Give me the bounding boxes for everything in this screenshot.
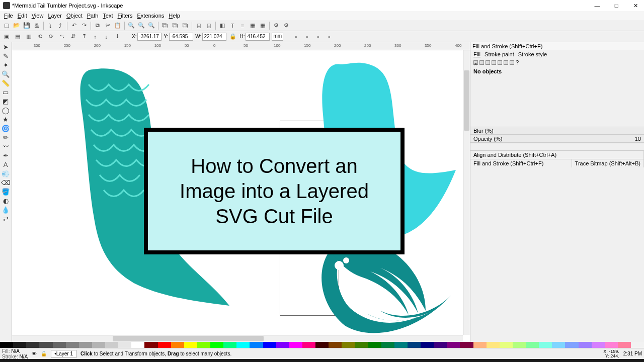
menu-edit[interactable]: Edit: [16, 12, 29, 19]
paint-radial-icon[interactable]: [492, 60, 496, 65]
paste-icon[interactable]: 📋: [113, 21, 122, 30]
menu-path[interactable]: Path: [85, 12, 101, 19]
tweak-tool[interactable]: ✦: [0, 60, 11, 69]
paint-none-icon[interactable]: ×: [473, 60, 478, 65]
duplicate-icon[interactable]: ⿻: [160, 21, 170, 30]
zoom-out-icon[interactable]: 🔍: [137, 21, 146, 30]
ungroup-icon[interactable]: ⌹: [204, 21, 213, 30]
raise-top-icon[interactable]: ⤒: [79, 32, 89, 41]
dropper-tool[interactable]: 💧: [0, 205, 11, 214]
h-input[interactable]: [246, 33, 270, 41]
flip-h-icon[interactable]: ⇋: [57, 32, 66, 41]
undo-icon[interactable]: ↶: [69, 21, 78, 30]
color-palette[interactable]: [0, 342, 644, 348]
y-input[interactable]: [169, 33, 193, 41]
docprops-icon[interactable]: ⚙: [282, 21, 291, 30]
vertical-scrollbar[interactable]: [463, 50, 470, 335]
layer-visibility-icon[interactable]: 👁: [32, 351, 37, 356]
gradient-tool[interactable]: ◐: [0, 196, 11, 205]
3dbox-tool[interactable]: ◩: [0, 97, 11, 106]
spray-tool[interactable]: 💨: [0, 169, 11, 178]
new-icon[interactable]: ▢: [2, 21, 11, 30]
lower-bottom-icon[interactable]: ⤓: [113, 32, 122, 41]
window-close-button[interactable]: ✕: [632, 3, 639, 9]
menu-layer[interactable]: Layer: [46, 12, 64, 19]
redo-icon[interactable]: ↷: [79, 21, 89, 30]
selector-tool[interactable]: ➤: [0, 42, 11, 51]
menu-help[interactable]: Help: [167, 12, 182, 19]
menu-file[interactable]: File: [2, 12, 15, 19]
menu-extensions[interactable]: Extensions: [135, 12, 167, 19]
copy-icon[interactable]: ⧉: [93, 21, 102, 30]
layer-selector[interactable]: • Layer 1: [51, 350, 76, 358]
ellipse-tool[interactable]: ◯: [0, 106, 11, 115]
text-dialog-icon[interactable]: T: [228, 21, 237, 30]
star-tool[interactable]: ★: [0, 115, 11, 124]
dock-trace[interactable]: Trace Bitmap (Shift+Alt+B): [572, 159, 644, 167]
menu-filters[interactable]: Filters: [116, 12, 135, 19]
affect-corner-icon[interactable]: ▫: [313, 32, 323, 41]
prefs-icon[interactable]: ⚙: [272, 21, 281, 30]
paint-pattern-icon[interactable]: [498, 60, 502, 65]
horizontal-scrollbar[interactable]: [12, 335, 463, 342]
rect-tool[interactable]: ▭: [0, 87, 11, 97]
deselect-icon[interactable]: ▥: [24, 32, 33, 41]
canvas[interactable]: How to Convert an Image into a Layered S…: [12, 50, 470, 342]
select-all-icon[interactable]: ▣: [2, 32, 11, 41]
menu-object[interactable]: Object: [64, 12, 85, 19]
print-icon[interactable]: 🖶: [32, 21, 41, 30]
zoom-in-icon[interactable]: 🔍: [127, 21, 136, 30]
menu-view[interactable]: View: [30, 12, 46, 19]
affect-pattern-icon[interactable]: ▫: [325, 32, 334, 41]
transform-icon[interactable]: ▦: [258, 21, 267, 30]
save-icon[interactable]: 💾: [22, 21, 31, 30]
paint-unknown-icon[interactable]: [510, 60, 514, 65]
affect-scale-icon[interactable]: ▫: [302, 32, 311, 41]
zoom-fit-icon[interactable]: 🔍: [147, 21, 156, 30]
text-tool[interactable]: A: [0, 160, 11, 169]
dock-align[interactable]: Align and Distribute (Shift+Ctrl+A): [470, 151, 644, 159]
bezier-tool[interactable]: 〰: [0, 142, 11, 151]
eraser-tool[interactable]: ⌫: [0, 178, 11, 187]
tab-stroke-style[interactable]: Stroke style: [518, 51, 547, 57]
connector-tool[interactable]: ⇄: [0, 214, 11, 223]
dock-fillstroke[interactable]: Fill and Stroke (Shift+Ctrl+F): [470, 159, 572, 167]
export-icon[interactable]: ⤴: [56, 21, 65, 30]
window-maximize-button[interactable]: □: [613, 3, 620, 9]
menu-text[interactable]: Text: [101, 12, 115, 19]
tab-stroke-paint[interactable]: Stroke paint: [485, 51, 514, 57]
flip-v-icon[interactable]: ⇵: [68, 32, 77, 41]
raise-icon[interactable]: ↑: [91, 32, 100, 41]
paint-swatch-icon[interactable]: [504, 60, 508, 65]
fillstroke-icon[interactable]: ◧: [218, 21, 227, 30]
calligraphy-tool[interactable]: ✒: [0, 151, 11, 160]
unit-select[interactable]: mm: [272, 33, 283, 41]
w-input[interactable]: [202, 33, 226, 41]
tab-fill[interactable]: Fill: [473, 51, 480, 57]
cut-icon[interactable]: ✂: [103, 21, 112, 30]
lock-icon[interactable]: 🔒: [228, 32, 237, 41]
lower-icon[interactable]: ↓: [102, 32, 111, 41]
select-layers-icon[interactable]: ▤: [13, 32, 22, 41]
layer-lock-icon[interactable]: 🔓: [41, 351, 47, 356]
clone-icon[interactable]: ⿻: [171, 21, 180, 30]
measure-tool[interactable]: 📏: [0, 78, 11, 87]
fill-tool[interactable]: 🪣: [0, 187, 11, 196]
import-icon[interactable]: ⤵: [46, 21, 55, 30]
xml-icon[interactable]: ≡: [238, 21, 247, 30]
window-minimize-button[interactable]: —: [594, 3, 601, 9]
rotate-cw-icon[interactable]: ⟳: [46, 32, 55, 41]
unlink-icon[interactable]: ⿻: [181, 21, 190, 30]
affect-move-icon[interactable]: ▫: [291, 32, 300, 41]
zoom-tool[interactable]: 🔍: [0, 69, 11, 78]
group-icon[interactable]: ⌸: [194, 21, 203, 30]
paint-linear-icon[interactable]: [486, 60, 490, 65]
node-tool[interactable]: ✎: [0, 51, 11, 60]
pencil-tool[interactable]: ✏: [0, 133, 11, 142]
x-input[interactable]: [137, 33, 162, 41]
align-icon[interactable]: ▦: [248, 21, 257, 30]
paint-flat-icon[interactable]: [479, 60, 484, 65]
open-icon[interactable]: 📂: [12, 21, 21, 30]
spiral-tool[interactable]: 🌀: [0, 124, 11, 133]
rotate-ccw-icon[interactable]: ⟲: [35, 32, 44, 41]
